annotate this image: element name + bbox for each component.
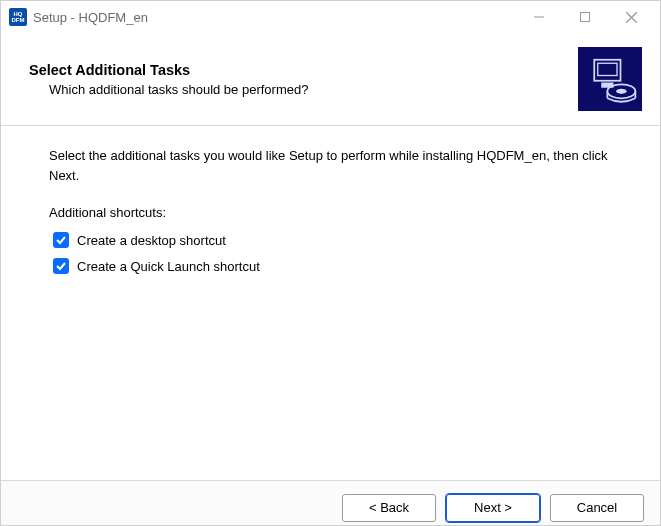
- back-button[interactable]: < Back: [342, 494, 436, 522]
- window-title: Setup - HQDFM_en: [33, 10, 148, 25]
- wizard-footer: < Back Next > Cancel: [1, 480, 660, 526]
- cancel-button[interactable]: Cancel: [550, 494, 644, 522]
- svg-rect-1: [581, 13, 590, 22]
- checkbox-desktop-shortcut[interactable]: [53, 232, 69, 248]
- wizard-content: Select the additional tasks you would li…: [1, 126, 660, 480]
- close-button[interactable]: [608, 1, 654, 33]
- maximize-button[interactable]: [562, 1, 608, 33]
- svg-point-9: [616, 89, 627, 94]
- checkbox-quick-launch-shortcut[interactable]: [53, 258, 69, 274]
- checkbox-label: Create a desktop shortcut: [77, 233, 226, 248]
- disk-computer-icon: [578, 47, 642, 111]
- titlebar: HQ DFM Setup - HQDFM_en: [1, 1, 660, 33]
- checkbox-row-quick-launch-shortcut[interactable]: Create a Quick Launch shortcut: [53, 258, 612, 274]
- shortcuts-group-label: Additional shortcuts:: [49, 205, 612, 220]
- page-subheading: Which additional tasks should be perform…: [49, 82, 578, 97]
- app-icon: HQ DFM: [9, 8, 27, 26]
- app-icon-bottom: DFM: [12, 17, 25, 23]
- minimize-button[interactable]: [516, 1, 562, 33]
- wizard-header: Select Additional Tasks Which additional…: [1, 33, 660, 126]
- checkbox-label: Create a Quick Launch shortcut: [77, 259, 260, 274]
- next-button[interactable]: Next >: [446, 494, 540, 522]
- page-heading: Select Additional Tasks: [29, 62, 578, 78]
- instruction-text: Select the additional tasks you would li…: [49, 146, 612, 185]
- checkbox-row-desktop-shortcut[interactable]: Create a desktop shortcut: [53, 232, 612, 248]
